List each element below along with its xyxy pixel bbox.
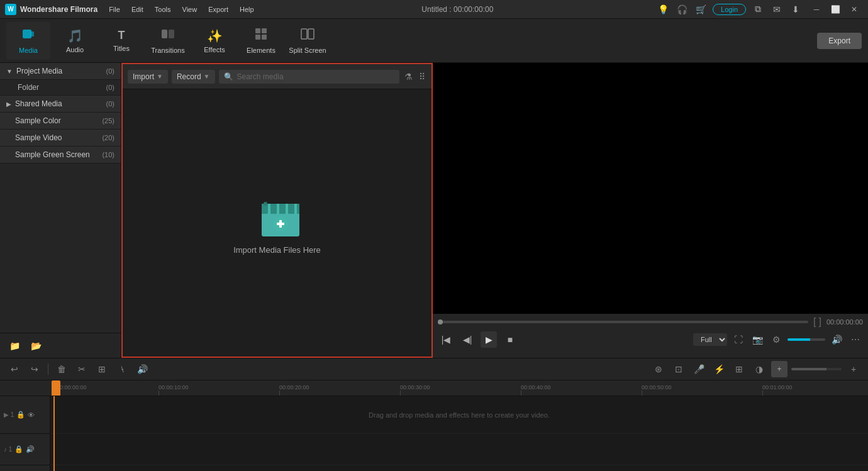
maximize-button[interactable]: ⬜ <box>826 3 844 16</box>
frame-back-button[interactable]: ◀| <box>459 331 476 348</box>
bulb-icon[interactable]: 💡 <box>656 3 670 16</box>
import-button[interactable]: Import ▼ <box>128 70 168 84</box>
color-icon[interactable]: ◑ <box>751 361 767 377</box>
zoom-select[interactable]: Full <box>693 333 727 346</box>
menu-view[interactable]: View <box>177 4 203 14</box>
undo-button[interactable]: ↩ <box>6 361 23 377</box>
close-button[interactable]: ✕ <box>845 3 863 16</box>
toolbar-effects[interactable]: ✨ Effects <box>192 22 236 60</box>
snapshot-icon[interactable]: 📷 <box>750 332 765 347</box>
delete-button[interactable]: 🗑 <box>53 361 70 377</box>
ruler-label-6: 00:01:00:00 <box>762 384 793 391</box>
grid-view-icon[interactable]: ⠿ <box>418 70 426 83</box>
step-back-button[interactable]: |◀ <box>438 331 454 348</box>
record-button[interactable]: Record ▼ <box>172 70 215 84</box>
sidebar-item-folder[interactable]: Folder (0) <box>0 80 121 96</box>
ruler-mark-4: 00:00:40:00 <box>521 384 642 396</box>
menu-export[interactable]: Export <box>203 4 233 14</box>
export-button[interactable]: Export <box>817 33 862 49</box>
sidebar-section-sample-green-screen[interactable]: Sample Green Screen (10) <box>0 147 121 163</box>
toolbar-right: ⊛ ⊡ 🎤 ⚡ ⊞ ◑ + + <box>650 361 862 377</box>
minimize-button[interactable]: ─ <box>808 3 825 16</box>
stop-button[interactable]: ■ <box>502 331 518 348</box>
preview-timeline-handle[interactable] <box>438 319 443 324</box>
record-label: Record <box>177 72 201 81</box>
toolbar-elements[interactable]: Elements <box>239 22 283 60</box>
timeline-tracks[interactable]: Drag and drop media and effects here to … <box>50 396 868 471</box>
play-button[interactable]: ▶ <box>481 331 497 348</box>
fullscreen-icon[interactable]: ⛶ <box>731 332 746 347</box>
menu-help[interactable]: Help <box>235 4 259 14</box>
timeline-ruler: 00:00:00:00 00:00:10:00 00:00:20:00 00:0… <box>0 380 868 396</box>
preview-timeline-track[interactable] <box>438 321 808 323</box>
filter-icon[interactable]: ⚗ <box>403 70 414 83</box>
drop-hint-text: Drag and drop media and effects here to … <box>369 411 550 419</box>
toolbar-titles[interactable]: T Titles <box>99 22 143 60</box>
toolbar-split-screen[interactable]: Split Screen <box>286 22 330 60</box>
more-options-icon[interactable]: ⋯ <box>848 332 863 347</box>
track-eye-icon[interactable]: 👁 <box>28 411 35 419</box>
search-box: 🔍 <box>219 70 399 84</box>
cart-icon[interactable]: 🛒 <box>694 3 708 16</box>
track-lane-video-1[interactable]: Drag and drop media and effects here to … <box>50 396 868 434</box>
ruler-mark-3: 00:00:30:00 <box>400 384 521 396</box>
toolbar-transitions[interactable]: Transitions <box>146 22 190 60</box>
volume-icon[interactable]: 🔊 <box>829 332 844 347</box>
svg-rect-14 <box>279 204 286 214</box>
track-lane-audio-1[interactable] <box>50 434 868 465</box>
out-marker-icon[interactable]: ] <box>818 316 821 328</box>
toolbar-audio[interactable]: 🎵 Audio <box>53 22 97 60</box>
preview-buttons: |◀ ◀| ▶ ■ Full ⛶ 📷 ⚙ 🔊 ⋯ <box>438 331 863 348</box>
svg-rect-15 <box>288 204 294 214</box>
sidebar-section-sample-color[interactable]: Sample Color (25) <box>0 113 121 130</box>
settings-icon[interactable]: ⚙ <box>769 332 784 347</box>
effects-icon: ✨ <box>207 28 223 43</box>
sidebar-section-sample-video[interactable]: Sample Video (20) <box>0 130 121 147</box>
ripple-edit-icon[interactable]: ⊛ <box>650 361 667 377</box>
copy-button[interactable]: ⊞ <box>94 361 110 377</box>
timeline-cursor[interactable] <box>53 396 55 471</box>
toolbar-media[interactable]: Media <box>6 22 50 60</box>
svg-point-20 <box>264 202 267 206</box>
redo-button[interactable]: ↪ <box>26 361 43 377</box>
split-screen-icon <box>301 27 314 44</box>
elements-icon <box>254 27 268 44</box>
track-lock-icon[interactable]: 🔒 <box>16 411 25 419</box>
menu-file[interactable]: File <box>104 4 125 14</box>
login-button[interactable]: Login <box>713 4 746 15</box>
titlebar-actions: 💡 🎧 🛒 Login ⧉ ✉ ⬇ <box>656 3 803 16</box>
volume-slider[interactable] <box>787 338 825 341</box>
search-input[interactable] <box>237 72 394 81</box>
add-folder-icon[interactable]: 📁 <box>6 338 23 354</box>
timeline-zoom-slider[interactable] <box>791 368 842 370</box>
speed-icon[interactable]: ⚡ <box>711 361 727 377</box>
audio-eye-icon[interactable]: 🔊 <box>26 445 35 453</box>
preview-video <box>433 63 868 314</box>
minimize-app-icon[interactable]: ⧉ <box>751 3 765 16</box>
transform-icon[interactable]: ⊞ <box>731 361 747 377</box>
menu-edit[interactable]: Edit <box>126 4 148 14</box>
crop-icon[interactable]: ⊡ <box>670 361 687 377</box>
download-icon[interactable]: ⬇ <box>789 3 803 16</box>
timeline-track-headers: ▶ 1 🔒 👁 ♪ 1 🔒 🔊 <box>0 396 50 471</box>
media-drop-area[interactable]: Import Media Files Here <box>123 89 431 357</box>
add-marker-button[interactable]: + <box>771 361 787 377</box>
sidebar-section-project-media[interactable]: ▼ Project Media (0) <box>0 63 121 80</box>
menu-tools[interactable]: Tools <box>150 4 176 14</box>
new-folder-icon[interactable]: 📂 <box>28 338 44 354</box>
cut-button[interactable]: ✂ <box>74 361 90 377</box>
track-header-video-1: ▶ 1 🔒 👁 <box>0 396 50 434</box>
media-panel: Import ▼ Record ▼ 🔍 ⚗ ⠿ <box>121 63 433 358</box>
audio-detach-button[interactable]: 🔊 <box>134 361 150 377</box>
message-icon[interactable]: ✉ <box>770 3 784 16</box>
window-controls: ─ ⬜ ✕ <box>808 3 863 16</box>
zoom-in-icon[interactable]: + <box>845 361 862 377</box>
media-label: Media <box>19 47 38 54</box>
mic-icon[interactable]: 🎤 <box>691 361 707 377</box>
sidebar-section-shared-media[interactable]: ▶ Shared Media (0) <box>0 96 121 113</box>
split-button[interactable]: ⧷ <box>114 361 130 377</box>
in-marker-icon[interactable]: [ <box>813 316 816 328</box>
headset-icon[interactable]: 🎧 <box>675 3 689 16</box>
timeline-cursor-head[interactable] <box>52 380 60 396</box>
audio-lock-icon[interactable]: 🔒 <box>14 445 23 453</box>
